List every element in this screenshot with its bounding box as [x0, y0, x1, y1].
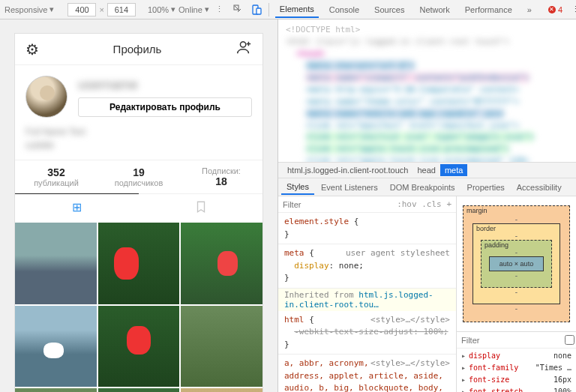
box-model[interactable]: margin - border - padding - auto × auto …	[457, 196, 576, 331]
zoom-dropdown[interactable]: 100% ▾	[148, 4, 176, 14]
edit-profile-button[interactable]: Редактировать профиль	[78, 97, 252, 117]
crumb-html[interactable]: html.js.logged-in.client-root.touch	[283, 164, 412, 176]
device-mode-dropdown[interactable]: Responsive ▾	[4, 4, 54, 14]
devtools-more-icon[interactable]: ⋮	[568, 4, 576, 14]
photo-thumb[interactable]	[98, 388, 180, 392]
tab-performance[interactable]: Performance	[460, 2, 517, 17]
dom-tree[interactable]: <!DOCTYPE html> <html class="js logged-i…	[278, 19, 576, 162]
styles-filter-input[interactable]	[283, 200, 397, 209]
add-rule-icon[interactable]: +	[446, 199, 452, 209]
stab-dom-breakpoints[interactable]: DOM Breakpoints	[385, 181, 460, 194]
photo-thumb[interactable]	[181, 388, 262, 392]
viewport-width-input[interactable]: 400	[68, 3, 96, 16]
gear-icon[interactable]: ⚙	[26, 40, 39, 58]
tab-network[interactable]: Network	[415, 2, 454, 17]
cls-toggle[interactable]: .cls	[422, 199, 442, 209]
inspect-element-icon[interactable]	[232, 4, 244, 16]
stat-following[interactable]: Подписки: 18	[180, 160, 262, 193]
stab-properties[interactable]: Properties	[462, 181, 510, 194]
photo-thumb[interactable]	[181, 306, 262, 388]
stat-followers[interactable]: 19 подписчиков	[98, 160, 180, 193]
tab-sources[interactable]: Sources	[370, 2, 409, 17]
dimension-separator: ×	[99, 5, 104, 14]
tab-console[interactable]: Console	[325, 2, 364, 17]
error-count-badge[interactable]: ✕4	[548, 5, 562, 14]
tab-overflow[interactable]: »	[523, 2, 536, 17]
svg-point-3	[240, 42, 245, 47]
photo-grid	[15, 223, 262, 392]
hov-toggle[interactable]: :hov	[397, 199, 417, 209]
stab-accessibility[interactable]: Accessibility	[512, 181, 567, 194]
photo-thumb[interactable]	[15, 388, 97, 392]
computed-list[interactable]: ▸displaynone ▸font-family"Times … ▸font-…	[457, 349, 576, 392]
styles-pane[interactable]: :hov .cls + element.style { } user agent…	[278, 196, 456, 392]
photo-thumb[interactable]	[98, 223, 180, 304]
breadcrumb[interactable]: html.js.logged-in.client-root.touch head…	[278, 162, 576, 178]
crumb-meta[interactable]: meta	[440, 164, 467, 176]
username-label: username	[78, 77, 252, 93]
stab-styles[interactable]: Styles	[281, 180, 314, 195]
bio-name: Full Name Text	[26, 125, 252, 139]
crumb-head[interactable]: head	[412, 164, 440, 176]
viewport-height-input[interactable]: 614	[107, 3, 136, 16]
computed-filter-input[interactable]	[461, 336, 565, 345]
showall-checkbox[interactable]: Show all	[565, 331, 576, 349]
mobile-preview: ⚙ Профиль username Редактировать профиль…	[14, 33, 263, 392]
photo-thumb[interactable]	[15, 223, 97, 304]
tab-elements[interactable]: Elements	[275, 1, 319, 18]
page-title: Профиль	[113, 43, 162, 55]
photo-thumb[interactable]	[15, 306, 97, 388]
stab-event-listeners[interactable]: Event Listeners	[316, 181, 383, 194]
device-more-icon[interactable]: ⋮	[215, 4, 224, 14]
bio-subtitle: subtitle	[26, 139, 252, 152]
saved-tab-icon[interactable]	[139, 194, 262, 223]
add-user-icon[interactable]	[236, 39, 252, 59]
avatar[interactable]	[26, 76, 68, 118]
photo-thumb[interactable]	[181, 223, 262, 304]
device-toggle-icon[interactable]	[250, 4, 262, 16]
photo-thumb[interactable]	[98, 306, 180, 388]
network-dropdown[interactable]: Online ▾	[178, 4, 209, 14]
svg-rect-2	[256, 8, 261, 14]
stat-posts[interactable]: 352 публикаций	[15, 160, 98, 193]
grid-tab-icon[interactable]: ⊞	[15, 193, 139, 223]
